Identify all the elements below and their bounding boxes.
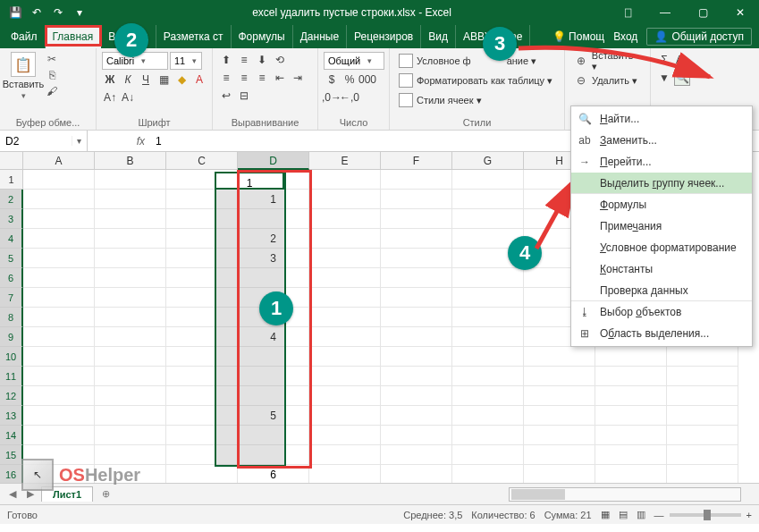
cell-J12[interactable] (667, 386, 738, 406)
cell-C1[interactable] (166, 170, 238, 190)
cell-G10[interactable] (452, 347, 524, 367)
cell-A7[interactable] (23, 288, 95, 308)
cell-A12[interactable] (23, 386, 95, 406)
menu-item-9[interactable]: ⭳Выбор объектов (571, 301, 752, 323)
cell-A8[interactable] (23, 308, 95, 327)
cell-D1[interactable] (238, 170, 309, 190)
cell-C13[interactable] (166, 406, 238, 426)
cell-B9[interactable] (95, 327, 166, 347)
cell-G8[interactable] (452, 308, 524, 327)
row-header-3[interactable]: 3 (0, 209, 23, 229)
horizontal-scrollbar[interactable] (509, 487, 741, 502)
cell-H12[interactable] (524, 386, 595, 406)
cell-D6[interactable] (238, 268, 309, 288)
ribbon-options-icon[interactable]: ⎕ (609, 0, 646, 25)
cell-H15[interactable] (524, 445, 595, 465)
fill-color-icon[interactable]: ◆ (173, 72, 190, 88)
cell-B3[interactable] (95, 209, 166, 229)
cell-E9[interactable] (309, 327, 381, 347)
cell-E4[interactable] (309, 229, 381, 249)
cell-C15[interactable] (166, 445, 238, 465)
row-header-2[interactable]: 2 (0, 190, 23, 209)
cell-A13[interactable] (23, 406, 95, 426)
format-painter-icon[interactable]: 🖌 (45, 84, 59, 98)
menu-item-7[interactable]: Константы (571, 258, 752, 280)
underline-icon[interactable]: Ч (138, 72, 154, 88)
col-header-E[interactable]: E (309, 152, 381, 170)
close-icon[interactable]: ✕ (721, 0, 759, 25)
cell-D3[interactable] (238, 209, 309, 229)
cell-D15[interactable] (238, 445, 309, 465)
sheet-nav-prev-icon[interactable]: ◀ (5, 488, 20, 500)
cell-F5[interactable] (381, 249, 452, 268)
bold-icon[interactable]: Ж (102, 72, 118, 88)
format-table-button[interactable]: Форматировать как таблицу ▾ (395, 72, 556, 89)
tab-home[interactable]: Главная (46, 25, 102, 48)
name-box-dropdown-icon[interactable]: ▾ (72, 136, 86, 146)
cell-E8[interactable] (309, 308, 381, 327)
autosum-icon[interactable]: Σ (656, 52, 672, 68)
menu-item-8[interactable]: Проверка данных (571, 280, 752, 301)
inc-decimal-icon[interactable]: ,0→ (324, 89, 340, 106)
cell-J13[interactable] (667, 406, 738, 426)
cell-F4[interactable] (381, 229, 452, 249)
cell-B8[interactable] (95, 308, 166, 327)
align-bottom-icon[interactable]: ⬇ (254, 52, 270, 68)
cell-F6[interactable] (381, 268, 452, 288)
cell-E15[interactable] (309, 445, 381, 465)
cell-E14[interactable] (309, 426, 381, 445)
row-header-12[interactable]: 12 (0, 386, 23, 406)
fx-icon[interactable]: fx (88, 135, 150, 148)
cell-D14[interactable] (238, 426, 309, 445)
cell-I16[interactable] (595, 465, 667, 483)
view-pagebreak-icon[interactable]: ▥ (637, 509, 645, 520)
cell-I10[interactable] (595, 347, 667, 367)
cell-G11[interactable] (452, 367, 524, 386)
cell-C2[interactable] (166, 190, 238, 209)
orientation-icon[interactable]: ⟲ (272, 52, 288, 68)
cell-G12[interactable] (452, 386, 524, 406)
row-header-16[interactable]: 16 (0, 465, 23, 483)
cell-D13[interactable]: 5 (238, 406, 309, 426)
cell-A6[interactable] (23, 268, 95, 288)
cell-C16[interactable] (166, 465, 238, 483)
menu-item-4[interactable]: Формулы (571, 194, 752, 215)
cell-E7[interactable] (309, 288, 381, 308)
cell-F7[interactable] (381, 288, 452, 308)
share-button[interactable]: 👤 Общий доступ (646, 28, 752, 46)
col-header-G[interactable]: G (452, 152, 524, 170)
cell-A10[interactable] (23, 347, 95, 367)
cell-B5[interactable] (95, 249, 166, 268)
save-icon[interactable]: 💾 (5, 3, 25, 22)
cell-B6[interactable] (95, 268, 166, 288)
tab-layout[interactable]: Разметка ст (156, 25, 232, 48)
cut-icon[interactable]: ✂ (45, 52, 59, 66)
cell-E13[interactable] (309, 406, 381, 426)
cell-G2[interactable] (452, 190, 524, 209)
cell-F10[interactable] (381, 347, 452, 367)
qat-dropdown-icon[interactable]: ▾ (70, 3, 89, 22)
cell-B10[interactable] (95, 347, 166, 367)
cell-A9[interactable] (23, 327, 95, 347)
cell-F12[interactable] (381, 386, 452, 406)
percent-icon[interactable]: % (342, 72, 358, 88)
cell-C12[interactable] (166, 386, 238, 406)
cell-E6[interactable] (309, 268, 381, 288)
col-header-D[interactable]: D (238, 152, 309, 170)
cell-E16[interactable] (309, 465, 381, 483)
menu-item-2[interactable]: →Перейти... (571, 151, 752, 173)
cell-H11[interactable] (524, 367, 595, 386)
maximize-icon[interactable]: ▢ (684, 0, 721, 25)
col-header-C[interactable]: C (166, 152, 238, 170)
cell-styles-button[interactable]: Стили ячеек ▾ (395, 91, 485, 109)
cell-B13[interactable] (95, 406, 166, 426)
align-center-icon[interactable]: ≡ (236, 70, 252, 86)
font-color-icon[interactable]: A (191, 72, 207, 88)
currency-icon[interactable]: $ (324, 72, 340, 88)
cell-I14[interactable] (595, 426, 667, 445)
row-header-14[interactable]: 14 (0, 426, 23, 445)
cell-D16[interactable]: 6 (238, 465, 309, 483)
align-right-icon[interactable]: ≡ (254, 70, 270, 86)
tab-formulas[interactable]: Формулы (232, 25, 293, 48)
border-icon[interactable]: ▦ (156, 72, 172, 88)
